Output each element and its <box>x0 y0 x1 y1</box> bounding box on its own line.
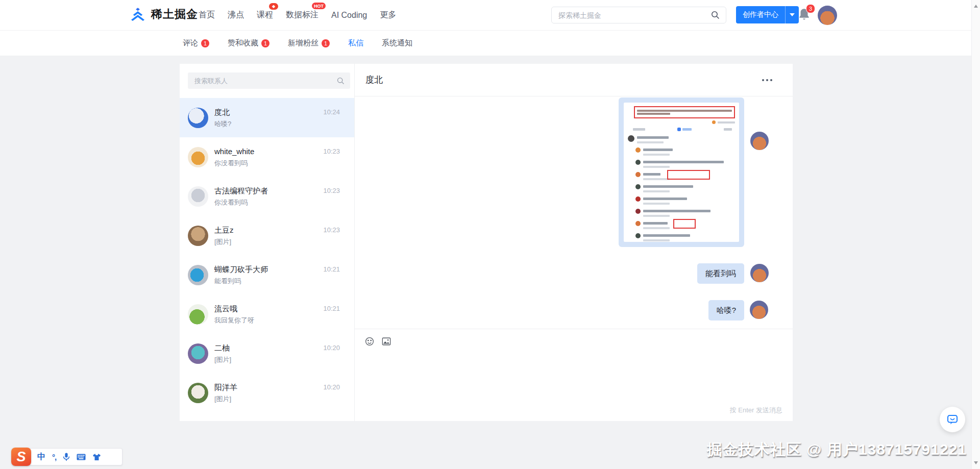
user-avatar[interactable] <box>818 6 837 25</box>
outgoing-avatar <box>750 301 768 319</box>
creator-center-button[interactable]: 创作者中心 <box>736 6 799 23</box>
notification-bell[interactable]: 3 <box>798 8 810 22</box>
contact-time: 10:23 <box>323 187 340 194</box>
juejin-logo[interactable]: 稀土掘金 <box>129 7 198 22</box>
contact-last-message: 你没看到吗 <box>214 199 317 206</box>
contact-row-gufa[interactable]: 古法编程守护者 你没看到吗 10:23 <box>180 177 354 216</box>
microphone-icon[interactable] <box>63 453 70 461</box>
contact-row-eryou[interactable]: 二柚 [图片] 10:20 <box>180 334 354 373</box>
nav-item-pins[interactable]: 沸点 <box>228 10 244 20</box>
outgoing-text-message: 能看到吗 <box>697 263 744 284</box>
contact-avatar <box>188 343 208 364</box>
outgoing-avatar <box>750 132 769 150</box>
contact-avatar <box>188 304 208 325</box>
tab-likes-collections[interactable]: 赞和收藏1 <box>228 38 270 48</box>
conversation-pane: 度北 能看到吗 哈喽? <box>355 64 793 421</box>
likes-count-badge: 1 <box>261 39 270 47</box>
comments-count-badge: 1 <box>201 39 209 47</box>
skin-shirt-icon[interactable] <box>92 453 101 461</box>
contact-name: 二柚 <box>214 344 317 352</box>
contact-avatar <box>188 147 208 167</box>
ime-bar: 中 °, <box>29 448 122 465</box>
top-navbar: 稀土掘金 首页 沸点 课程 ◆ 数据标注 HOT AI Coding 更多 创作… <box>0 0 980 31</box>
contact-last-message: [图片] <box>214 238 317 245</box>
contact-search-input[interactable] <box>193 77 337 85</box>
contact-avatar <box>188 108 208 128</box>
logo-text: 稀土掘金 <box>151 7 198 22</box>
contact-avatar <box>188 186 208 207</box>
contact-search-icon[interactable] <box>337 77 345 85</box>
tab-new-followers[interactable]: 新增粉丝1 <box>288 38 330 48</box>
screenshot-comment-row <box>635 147 735 156</box>
ime-toolbox-icon[interactable] <box>108 453 116 461</box>
emoji-icon[interactable] <box>365 337 374 346</box>
message-input-area[interactable]: 按 Enter 发送消息 <box>355 329 793 421</box>
help-chat-widget-button[interactable] <box>940 407 965 432</box>
nav-item-courses[interactable]: 课程 ◆ <box>257 10 273 20</box>
subnav-tabs: 评论1 赞和收藏1 新增粉丝1 私信 系统通知 <box>183 31 980 56</box>
ime-language-toggle[interactable]: 中 <box>37 452 45 462</box>
nav-item-data-annotation[interactable]: 数据标注 HOT <box>286 10 318 20</box>
tab-comments[interactable]: 评论1 <box>183 38 209 48</box>
contact-row-yangyangyang[interactable]: 阳洋羊 [图片] 10:20 <box>180 373 354 412</box>
outgoing-text-message: 哈喽? <box>708 300 744 320</box>
contacts-sidebar: 度北 哈喽? 10:24 white_white 你没看到吗 10:23 古法编… <box>180 64 355 421</box>
contact-avatar <box>188 226 208 246</box>
screenshot-action-bar <box>633 128 732 131</box>
sogou-logo[interactable]: S <box>11 448 31 466</box>
contact-row-liuyuno[interactable]: 流云哦 我回复你了呀 10:21 <box>180 294 354 334</box>
outgoing-image-message[interactable] <box>619 97 744 247</box>
contact-row-dubei[interactable]: 度北 哈喽? 10:24 <box>180 98 354 137</box>
screenshot-comment-row <box>635 196 735 205</box>
contact-last-message: 你没看到吗 <box>214 160 317 167</box>
more-options-icon[interactable] <box>761 76 773 84</box>
embedded-screenshot-comments <box>628 135 735 242</box>
contact-time: 10:21 <box>323 265 340 273</box>
tab-system-notifications[interactable]: 系统通知 <box>382 38 412 48</box>
contact-row-hudiedao[interactable]: 蝴蝶刀砍手大师 能看到吗 10:21 <box>180 255 354 294</box>
outgoing-avatar <box>750 264 769 282</box>
scroll-down-arrow[interactable] <box>974 461 978 464</box>
screenshot-highlighted-post <box>634 106 735 118</box>
nav-item-more[interactable]: 更多 <box>380 10 396 20</box>
watermark-text: 掘金技术社区 @ 用户138715791221 <box>707 439 967 460</box>
nav-item-ai-coding[interactable]: AI Coding <box>331 11 367 20</box>
contact-row-tudouz[interactable]: 土豆z [图片] 10:23 <box>180 216 354 255</box>
conversation-header: 度北 <box>355 64 793 96</box>
ime-punctuation-toggle[interactable]: °, <box>52 453 56 461</box>
contact-row-white-white[interactable]: white_white 你没看到吗 10:23 <box>180 137 354 177</box>
juejin-logo-icon <box>129 7 146 22</box>
hot-badge: HOT <box>312 3 326 9</box>
contact-last-message: [图片] <box>214 356 317 363</box>
creator-dropdown-button[interactable] <box>785 6 799 23</box>
contact-avatar <box>188 265 208 285</box>
followers-count-badge: 1 <box>322 39 330 47</box>
creator-center-label: 创作者中心 <box>736 10 785 19</box>
screenshot-comment-row <box>628 135 735 143</box>
global-search-input[interactable] <box>552 11 704 19</box>
contact-name: 古法编程守护者 <box>214 187 317 195</box>
image-upload-icon[interactable] <box>382 337 391 346</box>
nav-item-home[interactable]: 首页 <box>199 10 215 20</box>
messages-panel: 度北 哈喽? 10:24 white_white 你没看到吗 10:23 古法编… <box>180 64 793 421</box>
contact-last-message: 能看到吗 <box>214 278 317 285</box>
embedded-screenshot <box>624 103 739 242</box>
page-scrollbar[interactable] <box>971 0 980 469</box>
screenshot-comment-row <box>635 220 735 229</box>
contact-last-message: 我回复你了呀 <box>214 317 317 324</box>
gem-badge: ◆ <box>269 3 278 10</box>
chat-bubble-icon <box>946 413 959 426</box>
scroll-up-arrow[interactable] <box>974 5 978 8</box>
tab-private-messages[interactable]: 私信 <box>348 38 363 48</box>
contact-list: 度北 哈喽? 10:24 white_white 你没看到吗 10:23 古法编… <box>180 98 354 421</box>
search-icon[interactable] <box>704 7 726 23</box>
contact-time: 10:20 <box>323 344 340 352</box>
keyboard-icon[interactable] <box>77 454 86 460</box>
screenshot-comment-row <box>635 184 735 192</box>
conversation-title: 度北 <box>365 74 383 86</box>
contact-name: 度北 <box>214 108 317 116</box>
contact-name: 阳洋羊 <box>214 383 317 391</box>
screenshot-comment-row <box>635 233 735 241</box>
screenshot-comment-row <box>635 208 735 217</box>
contact-time: 10:24 <box>323 108 340 116</box>
